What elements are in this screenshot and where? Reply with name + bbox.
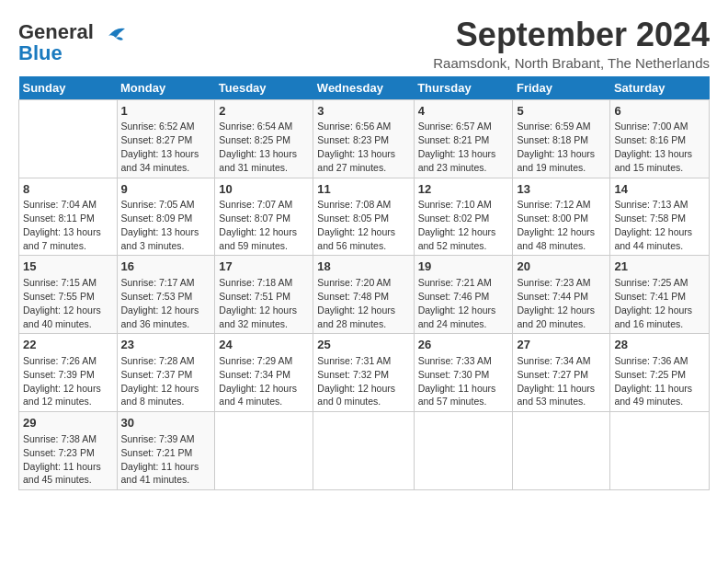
day-number: 13 — [517, 181, 606, 198]
logo-bird-icon — [99, 25, 127, 45]
day-number: 12 — [418, 181, 509, 198]
day-info: Sunrise: 7:13 AMSunset: 7:58 PMDaylight:… — [614, 199, 692, 251]
day-info: Sunrise: 7:25 AMSunset: 7:41 PMDaylight:… — [614, 277, 692, 329]
day-info: Sunrise: 7:00 AMSunset: 8:16 PMDaylight:… — [614, 121, 692, 173]
day-number: 17 — [219, 259, 309, 275]
day-number: 19 — [418, 259, 509, 275]
day-number: 1 — [121, 103, 211, 120]
day-number: 30 — [121, 415, 211, 431]
day-number: 10 — [219, 181, 309, 198]
calendar-body: 1Sunrise: 6:52 AMSunset: 8:27 PMDaylight… — [19, 99, 710, 490]
day-info: Sunrise: 7:34 AMSunset: 7:27 PMDaylight:… — [517, 355, 595, 408]
calendar-cell: 24Sunrise: 7:29 AMSunset: 7:34 PMDayligh… — [215, 334, 313, 412]
day-info: Sunrise: 6:59 AMSunset: 8:18 PMDaylight:… — [517, 121, 595, 173]
calendar-cell — [610, 412, 710, 490]
col-monday: Monday — [117, 76, 215, 100]
logo-blue: Blue — [18, 41, 63, 65]
header: General Blue September 2024 Raamsdonk, N… — [18, 17, 710, 71]
day-number: 6 — [614, 103, 705, 120]
day-info: Sunrise: 6:54 AMSunset: 8:25 PMDaylight:… — [219, 121, 297, 173]
calendar-cell: 15Sunrise: 7:15 AMSunset: 7:55 PMDayligh… — [19, 256, 118, 334]
day-number: 25 — [317, 337, 409, 353]
day-info: Sunrise: 7:20 AMSunset: 7:48 PMDaylight:… — [317, 277, 395, 329]
col-saturday: Saturday — [610, 76, 710, 100]
day-number: 8 — [23, 181, 113, 198]
calendar-cell — [513, 412, 610, 490]
day-info: Sunrise: 7:18 AMSunset: 7:51 PMDaylight:… — [219, 277, 297, 329]
col-friday: Friday — [513, 76, 610, 100]
logo: General Blue — [18, 20, 127, 65]
logo-general: General — [18, 20, 94, 43]
calendar-cell: 1Sunrise: 6:52 AMSunset: 8:27 PMDaylight… — [117, 99, 215, 178]
day-number: 15 — [23, 259, 113, 275]
subtitle: Raamsdonk, North Brabant, The Netherland… — [433, 55, 710, 71]
col-wednesday: Wednesday — [313, 76, 414, 100]
day-info: Sunrise: 7:10 AMSunset: 8:02 PMDaylight:… — [418, 199, 496, 251]
day-info: Sunrise: 7:08 AMSunset: 8:05 PMDaylight:… — [317, 199, 395, 251]
day-info: Sunrise: 6:57 AMSunset: 8:21 PMDaylight:… — [418, 121, 496, 173]
calendar-week-3: 22Sunrise: 7:26 AMSunset: 7:39 PMDayligh… — [19, 334, 710, 412]
day-info: Sunrise: 7:05 AMSunset: 8:09 PMDaylight:… — [121, 199, 199, 251]
day-info: Sunrise: 7:12 AMSunset: 8:00 PMDaylight:… — [517, 199, 595, 251]
day-info: Sunrise: 7:39 AMSunset: 7:21 PMDaylight:… — [121, 433, 199, 486]
calendar-cell: 8Sunrise: 7:04 AMSunset: 8:11 PMDaylight… — [19, 178, 118, 256]
calendar-cell — [215, 412, 313, 490]
calendar-cell: 5Sunrise: 6:59 AMSunset: 8:18 PMDaylight… — [513, 99, 610, 178]
day-number: 28 — [614, 337, 705, 353]
day-info: Sunrise: 7:29 AMSunset: 7:34 PMDaylight:… — [219, 355, 297, 408]
calendar-cell: 27Sunrise: 7:34 AMSunset: 7:27 PMDayligh… — [513, 334, 610, 412]
calendar-cell — [19, 99, 118, 178]
day-number: 26 — [418, 337, 509, 353]
calendar-header: Sunday Monday Tuesday Wednesday Thursday… — [19, 76, 710, 100]
col-sunday: Sunday — [19, 76, 118, 100]
calendar-cell: 23Sunrise: 7:28 AMSunset: 7:37 PMDayligh… — [117, 334, 215, 412]
calendar-cell: 20Sunrise: 7:23 AMSunset: 7:44 PMDayligh… — [513, 256, 610, 334]
day-number: 2 — [219, 103, 309, 120]
day-number: 23 — [121, 337, 211, 353]
day-number: 21 — [614, 259, 705, 275]
day-info: Sunrise: 7:17 AMSunset: 7:53 PMDaylight:… — [121, 277, 199, 329]
calendar-cell: 21Sunrise: 7:25 AMSunset: 7:41 PMDayligh… — [610, 256, 710, 334]
day-info: Sunrise: 7:21 AMSunset: 7:46 PMDaylight:… — [418, 277, 496, 329]
main-title: September 2024 — [433, 17, 710, 53]
calendar-week-0: 1Sunrise: 6:52 AMSunset: 8:27 PMDaylight… — [19, 99, 710, 178]
calendar-cell: 28Sunrise: 7:36 AMSunset: 7:25 PMDayligh… — [610, 334, 710, 412]
day-number: 11 — [317, 181, 409, 198]
calendar-cell: 19Sunrise: 7:21 AMSunset: 7:46 PMDayligh… — [414, 256, 513, 334]
calendar-table: Sunday Monday Tuesday Wednesday Thursday… — [18, 76, 710, 491]
day-number: 22 — [23, 337, 113, 353]
calendar-cell: 3Sunrise: 6:56 AMSunset: 8:23 PMDaylight… — [313, 99, 414, 178]
day-number: 18 — [317, 259, 409, 275]
page: General Blue September 2024 Raamsdonk, N… — [0, 0, 728, 500]
calendar-cell: 11Sunrise: 7:08 AMSunset: 8:05 PMDayligh… — [313, 178, 414, 256]
calendar-cell: 12Sunrise: 7:10 AMSunset: 8:02 PMDayligh… — [414, 178, 513, 256]
day-info: Sunrise: 7:33 AMSunset: 7:30 PMDaylight:… — [418, 355, 496, 408]
calendar-cell: 22Sunrise: 7:26 AMSunset: 7:39 PMDayligh… — [19, 334, 118, 412]
calendar-cell: 14Sunrise: 7:13 AMSunset: 7:58 PMDayligh… — [610, 178, 710, 256]
day-info: Sunrise: 7:31 AMSunset: 7:32 PMDaylight:… — [317, 355, 395, 408]
calendar-cell: 30Sunrise: 7:39 AMSunset: 7:21 PMDayligh… — [117, 412, 215, 490]
calendar-week-4: 29Sunrise: 7:38 AMSunset: 7:23 PMDayligh… — [19, 412, 710, 490]
calendar-cell: 29Sunrise: 7:38 AMSunset: 7:23 PMDayligh… — [19, 412, 118, 490]
day-info: Sunrise: 6:56 AMSunset: 8:23 PMDaylight:… — [317, 121, 395, 173]
day-number: 3 — [317, 103, 409, 120]
header-row: Sunday Monday Tuesday Wednesday Thursday… — [19, 76, 710, 100]
calendar-cell: 13Sunrise: 7:12 AMSunset: 8:00 PMDayligh… — [513, 178, 610, 256]
calendar-cell: 10Sunrise: 7:07 AMSunset: 8:07 PMDayligh… — [215, 178, 313, 256]
day-number: 27 — [517, 337, 606, 353]
calendar-week-2: 15Sunrise: 7:15 AMSunset: 7:55 PMDayligh… — [19, 256, 710, 334]
calendar-cell: 17Sunrise: 7:18 AMSunset: 7:51 PMDayligh… — [215, 256, 313, 334]
calendar-cell: 26Sunrise: 7:33 AMSunset: 7:30 PMDayligh… — [414, 334, 513, 412]
day-number: 24 — [219, 337, 309, 353]
calendar-week-1: 8Sunrise: 7:04 AMSunset: 8:11 PMDaylight… — [19, 178, 710, 256]
day-info: Sunrise: 6:52 AMSunset: 8:27 PMDaylight:… — [121, 121, 199, 173]
day-number: 20 — [517, 259, 606, 275]
day-info: Sunrise: 7:38 AMSunset: 7:23 PMDaylight:… — [23, 433, 101, 486]
day-info: Sunrise: 7:15 AMSunset: 7:55 PMDaylight:… — [23, 277, 101, 329]
day-number: 29 — [23, 415, 113, 431]
day-number: 4 — [418, 103, 509, 120]
calendar-cell — [313, 412, 414, 490]
col-thursday: Thursday — [414, 76, 513, 100]
calendar-cell: 2Sunrise: 6:54 AMSunset: 8:25 PMDaylight… — [215, 99, 313, 178]
calendar-cell: 25Sunrise: 7:31 AMSunset: 7:32 PMDayligh… — [313, 334, 414, 412]
